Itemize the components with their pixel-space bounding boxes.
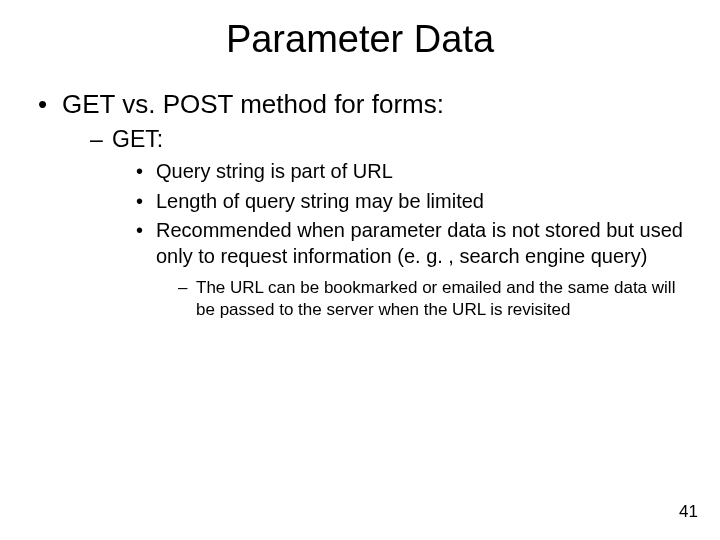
bullet-list-lvl3: Query string is part of URL Length of qu… [112,159,690,322]
bullet-lvl2: GET: Query string is part of URL Length … [90,126,690,322]
bullet-lvl3: Length of query string may be limited [136,189,690,215]
bullet-text: GET vs. POST method for forms: [62,89,444,119]
bullet-text: Length of query string may be limited [156,190,484,212]
bullet-text: Recommended when parameter data is not s… [156,219,683,267]
bullet-text: The URL can be bookmarked or emailed and… [196,278,675,319]
page-number: 41 [679,502,698,522]
bullet-text: Query string is part of URL [156,160,393,182]
bullet-lvl3: Recommended when parameter data is not s… [136,218,690,321]
bullet-list: GET vs. POST method for forms: GET: Quer… [30,89,690,322]
slide-title: Parameter Data [30,18,690,61]
bullet-lvl3: Query string is part of URL [136,159,690,185]
bullet-list-lvl4: The URL can be bookmarked or emailed and… [156,277,690,321]
bullet-lvl4: The URL can be bookmarked or emailed and… [178,277,690,321]
bullet-list-lvl2: GET: Query string is part of URL Length … [62,126,690,322]
bullet-lvl1: GET vs. POST method for forms: GET: Quer… [34,89,690,322]
bullet-text: GET: [112,126,163,152]
slide: Parameter Data GET vs. POST method for f… [0,0,720,540]
